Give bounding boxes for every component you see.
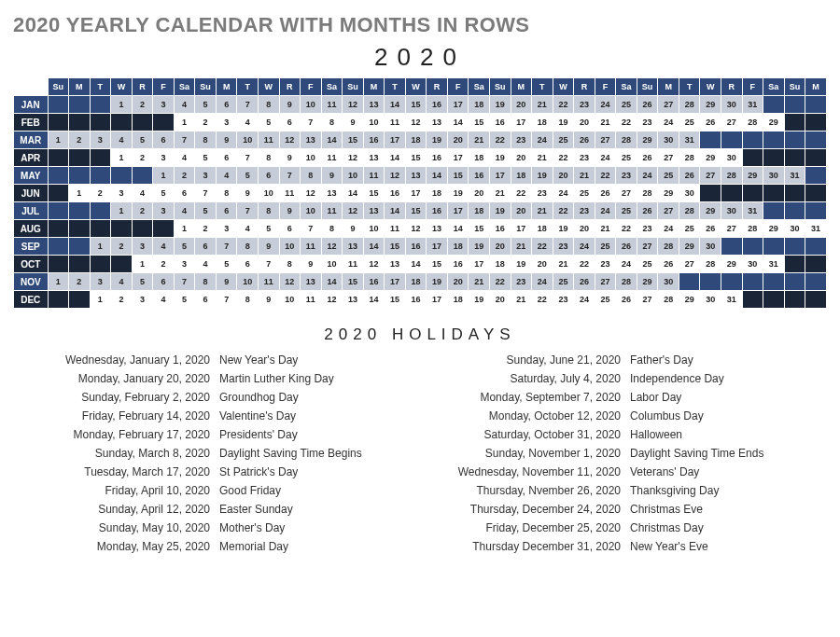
day-cell: 27: [721, 114, 743, 132]
dow-header: F: [301, 78, 322, 96]
empty-cell: [784, 238, 805, 256]
day-cell: 16: [489, 220, 511, 238]
day-cell: 12: [343, 202, 364, 220]
day-cell: 31: [721, 291, 743, 309]
day-cell: 13: [405, 167, 427, 185]
holiday-date: Thursday, Nvember 26, 2020: [434, 484, 621, 497]
empty-cell: [90, 220, 111, 238]
holiday-date: Monday, October 12, 2020: [434, 409, 621, 422]
day-cell: 9: [216, 273, 237, 291]
day-cell: 22: [489, 273, 511, 291]
day-cell: 3: [195, 167, 217, 185]
day-cell: 15: [385, 291, 406, 309]
empty-cell: [805, 149, 827, 167]
day-cell: 23: [595, 256, 616, 273]
day-cell: 26: [658, 256, 679, 273]
day-cell: 20: [447, 132, 469, 149]
month-label: APR: [14, 149, 49, 167]
day-cell: 2: [69, 273, 91, 291]
holiday-name: Mother's Day: [219, 521, 406, 534]
day-cell: 26: [700, 114, 721, 132]
day-cell: 11: [258, 132, 279, 149]
day-cell: 21: [532, 149, 553, 167]
empty-cell: [805, 167, 827, 185]
day-cell: 3: [153, 149, 175, 167]
day-cell: 4: [111, 273, 133, 291]
day-cell: 7: [195, 185, 217, 202]
day-cell: 30: [700, 238, 721, 256]
day-cell: 30: [658, 132, 679, 149]
month-label: MAR: [14, 132, 49, 149]
dow-header: R: [574, 78, 595, 96]
month-label: JUN: [14, 185, 49, 202]
day-cell: 30: [721, 202, 743, 220]
day-cell: 14: [447, 114, 469, 132]
day-cell: 19: [489, 202, 511, 220]
day-cell: 21: [489, 185, 511, 202]
day-cell: 27: [637, 291, 658, 309]
day-cell: 19: [427, 273, 448, 291]
day-cell: 20: [469, 185, 490, 202]
day-cell: 26: [574, 273, 595, 291]
day-cell: 18: [427, 185, 448, 202]
day-cell: 18: [447, 291, 469, 309]
day-cell: 22: [616, 114, 637, 132]
day-cell: 6: [279, 114, 301, 132]
day-cell: 18: [469, 202, 490, 220]
day-cell: 29: [700, 202, 721, 220]
day-cell: 9: [321, 167, 343, 185]
day-cell: 12: [363, 256, 385, 273]
day-cell: 28: [637, 185, 658, 202]
day-cell: 20: [532, 256, 553, 273]
empty-cell: [805, 291, 827, 309]
day-cell: 23: [637, 114, 658, 132]
empty-cell: [69, 149, 91, 167]
day-cell: 5: [153, 185, 175, 202]
day-cell: 5: [174, 291, 195, 309]
day-cell: 10: [279, 291, 301, 309]
day-cell: 28: [679, 96, 700, 114]
dow-header: Su: [48, 78, 69, 96]
empty-cell: [700, 185, 721, 202]
empty-cell: [742, 238, 763, 256]
day-cell: 10: [363, 220, 385, 238]
day-cell: 17: [469, 256, 490, 273]
day-cell: 4: [153, 291, 175, 309]
day-cell: 3: [111, 185, 133, 202]
holiday-name: Veterans' Day: [630, 465, 817, 478]
day-cell: 11: [279, 185, 301, 202]
year-heading: 2020: [13, 43, 827, 72]
day-cell: 27: [595, 273, 616, 291]
month-label: SEP: [14, 238, 49, 256]
day-cell: 19: [489, 96, 511, 114]
empty-cell: [805, 185, 827, 202]
holiday-date: Friday, April 10, 2020: [23, 484, 210, 497]
day-cell: 7: [216, 238, 237, 256]
day-cell: 2: [111, 238, 133, 256]
month-label: JAN: [14, 96, 49, 114]
empty-cell: [90, 167, 111, 185]
day-cell: 12: [279, 273, 301, 291]
day-cell: 28: [721, 167, 743, 185]
day-cell: 13: [301, 273, 322, 291]
day-cell: 30: [658, 273, 679, 291]
empty-cell: [48, 256, 69, 273]
day-cell: 4: [153, 238, 175, 256]
day-cell: 24: [574, 291, 595, 309]
day-cell: 16: [405, 291, 427, 309]
day-cell: 11: [321, 96, 343, 114]
empty-cell: [742, 132, 763, 149]
day-cell: 1: [48, 273, 69, 291]
day-cell: 20: [511, 149, 532, 167]
day-cell: 13: [385, 256, 406, 273]
empty-cell: [721, 238, 743, 256]
day-cell: 23: [511, 273, 532, 291]
dow-header: Su: [489, 78, 511, 96]
empty-cell: [805, 202, 827, 220]
holiday-date: Sunday, November 1, 2020: [434, 447, 621, 460]
day-cell: 28: [679, 149, 700, 167]
dow-header: F: [153, 78, 175, 96]
holiday-date: Monday, September 7, 2020: [434, 391, 621, 404]
day-cell: 9: [258, 291, 279, 309]
day-cell: 20: [447, 273, 469, 291]
